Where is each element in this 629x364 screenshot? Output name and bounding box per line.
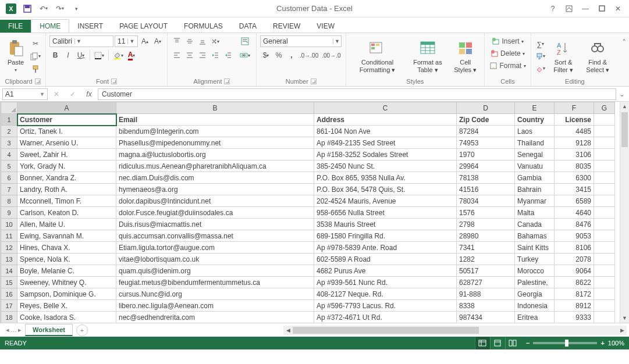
cell-E6[interactable]: Gambia	[515, 172, 555, 184]
cell-F5[interactable]: 8035	[555, 160, 594, 172]
minimize-button[interactable]: —	[578, 2, 593, 15]
cell-B18[interactable]: nec@sedhendrerita.com	[116, 312, 314, 323]
cell-G9[interactable]	[594, 207, 615, 219]
cell-D10[interactable]: 2798	[457, 219, 515, 230]
cell-F2[interactable]: 4485	[555, 126, 594, 137]
format-cells-button[interactable]: Format ▾	[488, 60, 527, 72]
new-sheet-button[interactable]: +	[76, 324, 88, 336]
select-all-corner[interactable]	[1, 102, 17, 114]
cell-D8[interactable]: 78034	[457, 195, 515, 207]
decrease-indent-button[interactable]	[209, 49, 221, 61]
scroll-thumb[interactable]	[293, 327, 479, 334]
cell-F10[interactable]: 8476	[555, 219, 594, 230]
delete-cells-button[interactable]: Delete ▾	[488, 48, 527, 59]
cell-C2[interactable]: 861-104 Non Ave	[314, 126, 457, 137]
cell-E10[interactable]: Canada	[515, 219, 555, 230]
number-launcher[interactable]	[311, 78, 317, 84]
cell-B17[interactable]: libero.nec.ligula@Aenean.com	[116, 300, 314, 312]
cell-D1[interactable]: Zip Code	[457, 114, 515, 126]
zoom-in-button[interactable]: +	[600, 340, 604, 347]
sheet-prev-button[interactable]: …	[10, 326, 17, 334]
row-header-17[interactable]: 17	[1, 300, 17, 312]
cell-B12[interactable]: Etiam.ligula.tortor@augue.com	[116, 242, 314, 254]
cell-G3[interactable]	[594, 137, 615, 149]
name-box[interactable]: A1▼	[2, 88, 48, 100]
cell-F15[interactable]: 8622	[555, 277, 594, 288]
cell-B5[interactable]: ridiculus.mus.Aenean@pharetranibhAliquam…	[116, 160, 314, 172]
sort-filter-button[interactable]: AZSort & Filter ▾	[548, 38, 580, 74]
cell-E14[interactable]: Morocco	[515, 265, 555, 277]
accounting-format-button[interactable]: $▾	[260, 49, 272, 61]
cell-C8[interactable]: 202-4524 Mauris, Avenue	[314, 195, 457, 207]
cell-E1[interactable]: Country	[515, 114, 555, 126]
cell-A6[interactable]: Bonner, Xandra Z.	[17, 172, 116, 184]
formula-input[interactable]: Customer	[98, 88, 616, 100]
insert-cells-button[interactable]: Insert ▾	[488, 35, 527, 47]
spreadsheet-grid[interactable]: ABCDEFG1CustomerEmailAddressZip CodeCoun…	[0, 102, 629, 323]
cell-E16[interactable]: Georgia	[515, 288, 555, 300]
cell-A15[interactable]: Sweeney, Whitney Q.	[17, 277, 116, 288]
autosum-button[interactable]: ∑▾	[535, 38, 546, 50]
font-name-combo[interactable]: Calibri▼	[49, 35, 113, 47]
cell-G2[interactable]	[594, 126, 615, 137]
fill-color-button[interactable]: ▾	[112, 49, 125, 61]
cell-C1[interactable]: Address	[314, 114, 457, 126]
cell-C16[interactable]: 408-2127 Neque. Rd.	[314, 288, 457, 300]
grow-font-button[interactable]: A▴	[139, 35, 151, 47]
cell-G13[interactable]	[594, 254, 615, 265]
cell-F4[interactable]: 3106	[555, 149, 594, 160]
cell-E2[interactable]: Laos	[515, 126, 555, 137]
col-header-A[interactable]: A	[17, 102, 116, 114]
cell-B1[interactable]: Email	[116, 114, 314, 126]
cell-B4[interactable]: magna.a@luctuslobortis.org	[116, 149, 314, 160]
cell-C14[interactable]: 4682 Purus Ave	[314, 265, 457, 277]
cell-B9[interactable]: dolor.Fusce.feugiat@duiinsodales.ca	[116, 207, 314, 219]
cell-G8[interactable]	[594, 195, 615, 207]
cell-E9[interactable]: Malta	[515, 207, 555, 219]
cell-D7[interactable]: 41516	[457, 184, 515, 195]
align-left-button[interactable]	[171, 49, 183, 61]
cell-D16[interactable]: 91-888	[457, 288, 515, 300]
cell-D13[interactable]: 1282	[457, 254, 515, 265]
underline-button[interactable]: U▾	[75, 49, 87, 61]
cell-G18[interactable]	[594, 312, 615, 323]
cell-A1[interactable]: Customer	[17, 114, 116, 126]
row-header-3[interactable]: 3	[1, 137, 17, 149]
cell-G11[interactable]	[594, 230, 615, 242]
cell-D9[interactable]: 1576	[457, 207, 515, 219]
cell-C5[interactable]: 385-2450 Nunc St.	[314, 160, 457, 172]
percent-format-button[interactable]: %	[273, 49, 285, 61]
shrink-font-button[interactable]: A▾	[152, 35, 164, 47]
align-bottom-button[interactable]	[197, 35, 208, 47]
cell-F11[interactable]: 9053	[555, 230, 594, 242]
cell-B3[interactable]: Phasellus@mipedenonummy.net	[116, 137, 314, 149]
merge-center-button[interactable]: ▾	[237, 49, 253, 61]
align-top-button[interactable]	[171, 35, 183, 47]
fill-button[interactable]: ▾	[535, 51, 546, 62]
cell-A12[interactable]: Hines, Chava X.	[17, 242, 116, 254]
cell-E13[interactable]: Turkey	[515, 254, 555, 265]
cell-E11[interactable]: Bahamas	[515, 230, 555, 242]
page-break-view-button[interactable]	[505, 337, 520, 349]
scroll-down-button[interactable]: ▼	[620, 313, 629, 323]
cell-A7[interactable]: Landry, Roth A.	[17, 184, 116, 195]
row-header-16[interactable]: 16	[1, 288, 17, 300]
undo-button[interactable]: ↶▾	[36, 2, 51, 15]
cell-F7[interactable]: 3415	[555, 184, 594, 195]
cell-B10[interactable]: Duis.risus@miacmattis.net	[116, 219, 314, 230]
col-header-F[interactable]: F	[555, 102, 594, 114]
cell-F6[interactable]: 6300	[555, 172, 594, 184]
increase-indent-button[interactable]	[222, 49, 234, 61]
maximize-button[interactable]	[594, 2, 609, 15]
cell-C9[interactable]: 958-6656 Nulla Street	[314, 207, 457, 219]
col-header-E[interactable]: E	[515, 102, 555, 114]
cell-D6[interactable]: 78138	[457, 172, 515, 184]
zoom-value[interactable]: 100%	[608, 340, 624, 347]
cell-D12[interactable]: 7341	[457, 242, 515, 254]
qat-customize-button[interactable]: ▾	[69, 2, 84, 15]
cell-D5[interactable]: 29964	[457, 160, 515, 172]
cell-C10[interactable]: 3538 Mauris Street	[314, 219, 457, 230]
cell-C18[interactable]: Ap #372-4671 Ut Rd.	[314, 312, 457, 323]
decrease-decimal-button[interactable]: .00→.0	[321, 49, 342, 61]
alignment-launcher[interactable]	[224, 78, 230, 84]
